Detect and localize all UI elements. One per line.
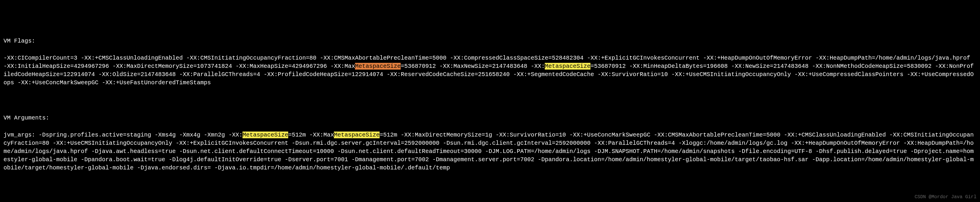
blank-line bbox=[3, 96, 977, 104]
highlight-metaspacesize-2: MetaspaceSize bbox=[545, 63, 590, 70]
vm-flags-text-2: =536870912 -XX:MaxNewSize=2147483648 -XX… bbox=[401, 63, 545, 70]
vm-arguments-content: jvm_args: -Dspring.profiles.active=stagi… bbox=[3, 131, 977, 172]
vm-args-text-1: jvm_args: -Dspring.profiles.active=stagi… bbox=[3, 131, 242, 138]
vm-flags-content: -XX:CICompilerCount=3 -XX:+CMSClassUnloa… bbox=[3, 54, 977, 87]
vm-flags-header: VM Flags: bbox=[3, 37, 977, 45]
highlight-metaspacesize-1: MetaspaceSize bbox=[355, 63, 401, 70]
watermark: CSDN @Mordor Java Girl bbox=[915, 194, 977, 200]
highlight-metaspacesize-4: MetaspaceSize bbox=[334, 131, 380, 138]
vm-args-text-2: =512m -XX:Max bbox=[288, 131, 334, 138]
highlight-metaspacesize-3: MetaspaceSize bbox=[242, 131, 288, 138]
vm-arguments-header: VM Arguments: bbox=[3, 114, 977, 122]
